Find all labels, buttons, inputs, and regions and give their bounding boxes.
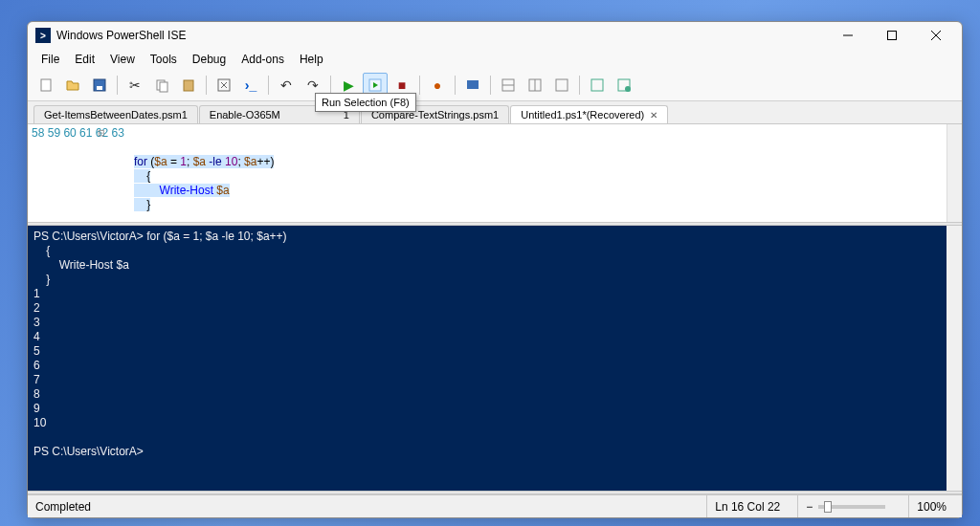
status-position: Ln 16 Col 22 [706, 495, 788, 517]
menu-addons[interactable]: Add-ons [234, 51, 292, 68]
console-scrollbar[interactable] [947, 226, 962, 491]
app-window: > Windows PowerShell ISE File Edit View … [27, 21, 963, 518]
menu-tools[interactable]: Tools [143, 51, 185, 68]
menu-view[interactable]: View [102, 51, 143, 68]
zoom-percent: 100% [908, 495, 954, 517]
menu-edit[interactable]: Edit [67, 51, 102, 68]
svg-rect-1 [888, 32, 897, 40]
undo-icon[interactable]: ↶ [274, 73, 299, 98]
svg-rect-6 [97, 86, 102, 90]
toolbar-separator [419, 76, 420, 95]
script-editor[interactable]: 58 59 60 61 ⊟ 62 63 for ($a = 1; $a -le … [28, 124, 962, 222]
toolbar-separator [330, 76, 331, 95]
toolbar-separator [117, 76, 118, 95]
editor-scrollbar[interactable] [947, 124, 962, 222]
layout-max-icon[interactable] [549, 73, 574, 98]
console-prompt-icon[interactable]: ›_ [238, 73, 263, 98]
status-left: Completed [35, 500, 91, 514]
tabbar: Get-ItemsBetweenDates.psm1 Enable-O365M1… [28, 101, 962, 124]
copy-icon[interactable] [149, 73, 174, 98]
zoom-out-icon[interactable]: − [806, 500, 813, 514]
menu-file[interactable]: File [33, 51, 67, 68]
tab-get-items[interactable]: Get-ItemsBetweenDates.psm1 [33, 105, 198, 123]
fold-icon[interactable]: ⊟ [98, 126, 105, 141]
svg-rect-8 [160, 82, 167, 92]
toolbar-separator [268, 76, 269, 95]
powershell-icon: > [35, 28, 51, 43]
save-icon[interactable] [87, 73, 112, 98]
menubar: File Edit View Tools Debug Add-ons Help [28, 49, 962, 70]
svg-point-23 [625, 86, 631, 92]
toolbar-separator [579, 76, 580, 95]
toolbar: ✂ ›_ ↶ ↷ ▶ ■ ● Run Selection (F8) [28, 70, 962, 101]
toolbar-separator [455, 76, 456, 95]
tab-close-icon[interactable]: ✕ [650, 110, 657, 121]
zoom-thumb[interactable] [824, 501, 832, 513]
menu-help[interactable]: Help [292, 51, 331, 68]
tab-untitled1[interactable]: Untitled1.ps1*(Recovered)✕ [510, 105, 668, 123]
svg-rect-20 [556, 79, 568, 91]
console-pane[interactable]: PS C:\Users\VictorA> for ($a = 1; $a -le… [28, 226, 962, 491]
toolbar-separator [206, 76, 207, 95]
window-title: Windows PowerShell ISE [56, 29, 826, 42]
svg-rect-4 [41, 79, 51, 91]
zoom-slider[interactable] [818, 505, 885, 509]
show-script-pane-icon[interactable] [496, 73, 521, 98]
svg-rect-21 [591, 79, 603, 91]
svg-rect-15 [467, 80, 479, 89]
new-file-icon[interactable] [33, 73, 58, 98]
code-area[interactable]: for ($a = 1; $a -le 10; $a++) { Write-Ho… [130, 124, 278, 222]
svg-rect-9 [184, 80, 193, 91]
toolbar-separator [490, 76, 491, 95]
cut-icon[interactable]: ✂ [122, 73, 147, 98]
show-command-window-icon[interactable] [612, 73, 636, 98]
close-button[interactable] [914, 22, 958, 49]
layout-right-icon[interactable] [523, 73, 547, 98]
statusbar: Completed Ln 16 Col 22 − 100% [28, 494, 962, 517]
breakpoint-icon[interactable]: ● [425, 73, 450, 98]
zoom-control[interactable]: − [797, 495, 899, 517]
maximize-button[interactable] [870, 22, 914, 49]
menu-debug[interactable]: Debug [185, 51, 234, 68]
clear-console-icon[interactable] [212, 73, 236, 98]
open-file-icon[interactable] [60, 73, 85, 98]
minimize-button[interactable] [826, 22, 870, 49]
line-gutter: 58 59 60 61 ⊟ 62 63 [28, 124, 130, 222]
titlebar: > Windows PowerShell ISE [28, 22, 962, 49]
show-command-addon-icon[interactable] [585, 73, 610, 98]
tooltip: Run Selection (F8) [315, 93, 416, 112]
window-controls [826, 22, 958, 49]
remote-icon[interactable] [460, 73, 485, 98]
paste-icon[interactable] [176, 73, 201, 98]
